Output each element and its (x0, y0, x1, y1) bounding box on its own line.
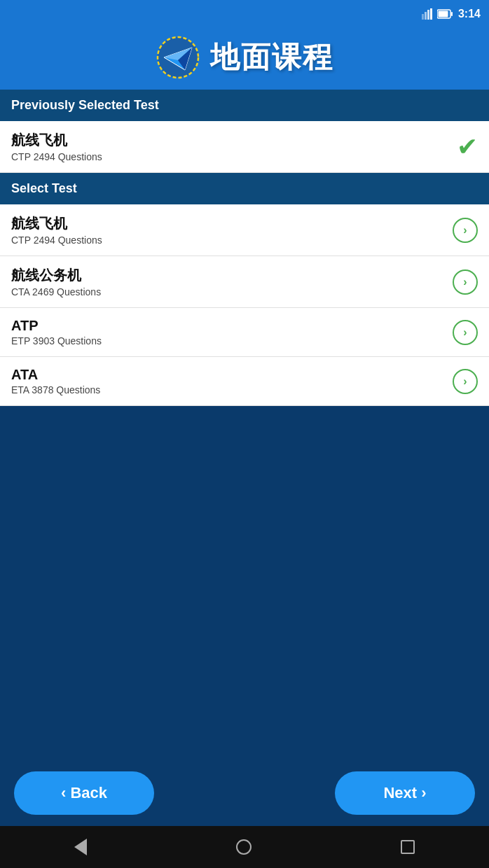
test-item-1-subtitle: CTA 2469 Questions (11, 286, 101, 298)
recent-square-icon (401, 840, 415, 854)
back-triangle-icon (74, 839, 87, 855)
logo-svg (156, 35, 200, 80)
previously-selected-text: 航线飞机 CTP 2494 Questions (11, 131, 102, 162)
svg-rect-2 (427, 10, 429, 20)
test-item-2-title: ATP (11, 318, 102, 334)
previously-selected-header: Previously Selected Test (0, 90, 489, 121)
test-item-1-title: 航线公务机 (11, 266, 101, 285)
test-item-0-subtitle: CTP 2494 Questions (11, 234, 102, 246)
previously-selected-title: 航线飞机 (11, 131, 102, 150)
home-circle-icon (236, 839, 252, 855)
status-icons (422, 8, 453, 20)
battery-icon (437, 9, 453, 19)
android-nav-bar (0, 826, 489, 868)
test-item-3-arrow[interactable]: › (453, 369, 478, 394)
test-item-3-subtitle: ETA 3878 Questions (11, 384, 100, 396)
test-item-3[interactable]: ATA ETA 3878 Questions › (0, 357, 489, 406)
main-content-area (0, 406, 489, 760)
test-item-0-arrow[interactable]: › (453, 218, 478, 243)
status-time: 3:14 (458, 8, 481, 20)
status-bar: 3:14 (0, 0, 489, 28)
next-button[interactable]: Next › (335, 771, 475, 815)
test-item-2-arrow[interactable]: › (453, 320, 478, 345)
test-item-0-text: 航线飞机 CTP 2494 Questions (11, 214, 102, 246)
test-item-3-title: ATA (11, 367, 100, 383)
app-header: 地面课程 (0, 28, 489, 90)
test-item-2-subtitle: ETP 3903 Questions (11, 335, 102, 346)
test-item-0[interactable]: 航线飞机 CTP 2494 Questions › (0, 204, 489, 256)
app-logo (156, 35, 200, 80)
previously-selected-subtitle: CTP 2494 Questions (11, 151, 102, 162)
svg-rect-6 (438, 11, 448, 18)
svg-rect-5 (451, 12, 453, 16)
select-test-header: Select Test (0, 173, 489, 204)
selected-checkmark: ✔ (457, 134, 478, 160)
android-recent-button[interactable] (387, 833, 429, 861)
test-item-1[interactable]: 航线公务机 CTA 2469 Questions › (0, 256, 489, 308)
previously-selected-item[interactable]: 航线飞机 CTP 2494 Questions ✔ (0, 121, 489, 173)
app-title: 地面课程 (210, 38, 333, 77)
bottom-nav: ‹ Back Next › (0, 760, 489, 826)
android-back-button[interactable] (60, 832, 101, 862)
test-item-1-arrow[interactable]: › (453, 270, 478, 295)
svg-rect-0 (422, 14, 424, 20)
android-home-button[interactable] (222, 832, 266, 862)
svg-rect-3 (430, 8, 432, 20)
svg-rect-1 (425, 12, 427, 20)
test-item-2-text: ATP ETP 3903 Questions (11, 318, 102, 346)
test-item-0-title: 航线飞机 (11, 214, 102, 233)
back-button[interactable]: ‹ Back (14, 771, 154, 815)
test-item-1-text: 航线公务机 CTA 2469 Questions (11, 266, 101, 298)
signal-icon (422, 8, 433, 20)
test-item-3-text: ATA ETA 3878 Questions (11, 367, 100, 396)
test-item-2[interactable]: ATP ETP 3903 Questions › (0, 308, 489, 357)
